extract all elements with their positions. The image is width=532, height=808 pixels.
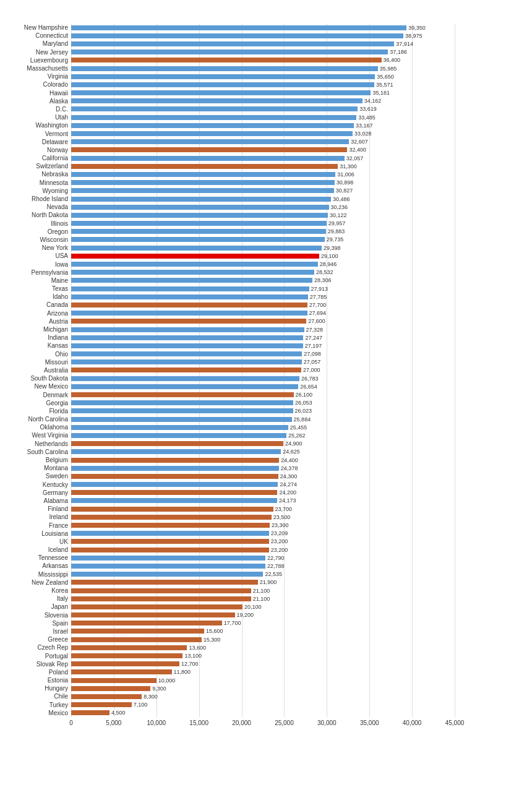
bar [71, 474, 278, 479]
bar-row: 24,900 [71, 440, 526, 448]
y-label: Michigan [6, 325, 71, 333]
bar-value-label: 27,913 [311, 286, 328, 292]
bar-value-label: 27,694 [309, 310, 327, 316]
y-label: Spain [6, 619, 71, 627]
bar-row: 22,788 [71, 562, 526, 570]
bar-row: 24,300 [71, 472, 526, 480]
bar-row: 27,600 [71, 317, 526, 325]
bar-row: 32,400 [71, 146, 526, 154]
bar-value-label: 27,197 [305, 343, 322, 349]
bar-value-label: 35,985 [380, 66, 397, 72]
bar-row: 24,173 [71, 497, 526, 505]
bar [71, 123, 354, 128]
bar-row: 28,306 [71, 277, 526, 285]
bar-value-label: 23,200 [271, 547, 288, 553]
y-label: Wyoming [6, 187, 71, 195]
bar-row: 12,700 [71, 660, 526, 668]
y-label: Poland [6, 668, 71, 676]
bar-value-label: 26,023 [295, 408, 312, 414]
y-label: Iceland [6, 546, 71, 554]
bar-row: 13,100 [71, 651, 526, 660]
bar-row: 7,100 [71, 701, 526, 709]
y-label: Wisconsin [6, 236, 71, 244]
y-label: Nebraska [6, 170, 71, 178]
bar-row: 23,700 [71, 505, 526, 513]
bar [71, 229, 326, 234]
bar-row: 10,000 [71, 676, 526, 684]
y-label: Kentucky [6, 481, 71, 489]
bar-value-label: 24,400 [281, 457, 298, 463]
bar-value-label: 37,186 [390, 49, 407, 55]
y-label: Washington [6, 121, 71, 129]
y-label: Oregon [6, 228, 71, 236]
bar [71, 82, 374, 87]
bar-value-label: 24,300 [280, 473, 298, 479]
y-label: Japan [6, 603, 71, 611]
bar-row: 26,783 [71, 374, 526, 382]
bar [71, 221, 327, 226]
y-label: New York [6, 244, 71, 252]
y-label: Ireland [6, 513, 71, 521]
bar [71, 270, 314, 275]
y-label: Maine [6, 277, 71, 285]
bar-value-label: 30,122 [330, 212, 347, 218]
y-label: Belgium [6, 456, 71, 464]
bar-value-label: 10,000 [158, 677, 176, 684]
bar [71, 246, 322, 251]
bar-value-label: 35,161 [372, 90, 390, 96]
bar-value-label: 27,700 [309, 302, 327, 308]
bar [71, 197, 331, 202]
y-label: Indiana [6, 333, 71, 342]
bar [71, 482, 278, 487]
bar [71, 645, 187, 650]
y-label: Iowa [6, 260, 71, 268]
bar [71, 319, 306, 324]
bar-value-label: 11,800 [174, 669, 191, 675]
bar-value-label: 30,486 [333, 196, 350, 202]
bar-value-label: 12,700 [181, 661, 199, 667]
y-label: Australia [6, 366, 71, 374]
bar-value-label: 29,100 [321, 253, 338, 259]
y-label: California [6, 154, 71, 162]
bar-value-label: 24,625 [283, 449, 300, 455]
bar-value-label: 33,028 [354, 131, 372, 137]
bar [71, 702, 132, 707]
bar-row: 13,600 [71, 643, 526, 651]
y-label: Sweden [6, 472, 71, 480]
bar-row: 37,914 [71, 40, 526, 48]
bar-value-label: 23,500 [273, 514, 291, 520]
y-label: Canada [6, 301, 71, 309]
bar-value-label: 9,300 [152, 686, 166, 692]
y-label: Hungary [6, 684, 71, 692]
x-axis-label: 45,000 [445, 720, 465, 726]
bar-row: 24,200 [71, 489, 526, 497]
y-label: Hawaii [6, 89, 71, 97]
bar-value-label: 33,619 [359, 106, 377, 112]
bar-row: 9,300 [71, 684, 526, 692]
bar-value-label: 29,883 [328, 228, 345, 234]
bar-value-label: 39,350 [408, 25, 426, 31]
bar-value-label: 26,053 [295, 400, 312, 406]
bar-row: 31,006 [71, 170, 526, 178]
y-label: Estonia [6, 676, 71, 684]
y-label: Czech Rep [6, 643, 71, 651]
y-label: Turkey [6, 701, 71, 709]
y-label: Tennessee [6, 554, 71, 562]
bar-value-label: 36,400 [384, 57, 401, 63]
bar [71, 359, 302, 364]
bar-value-label: 7,100 [134, 702, 148, 708]
bar [71, 115, 356, 120]
bar-row: 25,262 [71, 431, 526, 439]
bar-value-label: 25,884 [294, 416, 311, 423]
bar-row: 22,790 [71, 554, 526, 562]
bar-row: 35,161 [71, 89, 526, 97]
bar [71, 572, 263, 577]
bar-row: 30,236 [71, 203, 526, 211]
bar [71, 678, 157, 683]
bar-value-label: 31,006 [337, 171, 354, 178]
y-label: Arkansas [6, 562, 71, 570]
y-label: Maryland [6, 40, 71, 48]
y-label: Luexembourg [6, 56, 71, 64]
bar-row: 19,200 [71, 611, 526, 619]
y-label: Arizona [6, 309, 71, 317]
